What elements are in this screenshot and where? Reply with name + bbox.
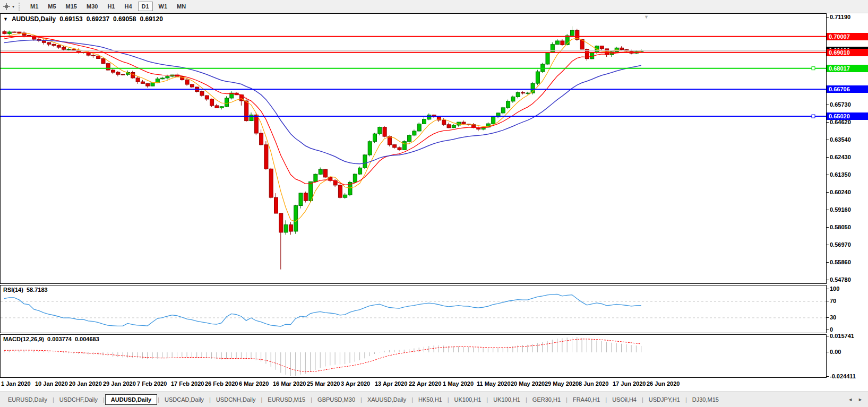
open-value: 0.69153 [59,15,82,23]
tab-usdcnh-daily[interactable]: USDCNH,Daily [211,394,261,405]
price-tick-label: 0.60240 [830,189,851,196]
rsi-pane[interactable] [0,285,827,333]
rsi-indicator-label: RSI(14) 58.7183 [3,287,48,293]
tab-scroll-right-icon[interactable]: ► [858,397,863,402]
date-label: 8 Jun 2020 [579,380,608,387]
price-tick-label: 0.54780 [830,276,851,283]
date-label: 22 Apr 2020 [409,380,441,387]
date-label: 29 Jan 2020 [103,380,136,387]
tab-uk100-h1[interactable]: UK100,H1 [488,394,525,405]
price-tick-label: 0.65730 [830,101,851,108]
price-level-badge: 0.66706 [827,85,868,93]
timeframe-button-m15[interactable]: M15 [62,2,81,11]
tab-usdchf-daily[interactable]: USDCHF,Daily [55,394,102,405]
main-chart-pane[interactable] [0,13,827,284]
macd-axis-label: -0.024411 [830,373,856,380]
date-label: 25 Mar 2020 [307,380,340,387]
macd-axis-label: 0.00 [830,349,841,356]
rsi-axis-label: 70 [830,298,836,305]
timeframe-button-m30[interactable]: M30 [83,2,101,11]
pane-separator[interactable] [0,283,827,285]
date-label: 17 Jun 2020 [613,380,646,387]
date-label: 11 May 2020 [477,380,511,387]
toolbar: ▾ M1M5M15M30H1H4D1W1MN [0,0,868,13]
tab-eurusd-daily[interactable]: EURUSD,Daily [3,394,52,405]
tab-usoil-h4[interactable]: USOil,H4 [607,394,641,405]
timeframe-button-m1[interactable]: M1 [27,2,42,11]
macd-indicator-label: MACD(12,26,9) 0.003774 0.004683 [3,336,99,342]
date-label: 7 Feb 2020 [137,380,167,387]
rsi-value: 58.7183 [27,287,48,293]
timeframe-button-m5[interactable]: M5 [44,2,59,11]
chart-tab-bar: EURUSD,Daily|USDCHF,Daily|AUDUSD,Daily|U… [0,392,868,407]
rsi-name: RSI(14) [3,287,23,293]
tab-ger30-h1[interactable]: GER30,H1 [528,394,565,405]
tab-uk100-h1[interactable]: UK100,H1 [450,394,486,405]
date-label: 26 Feb 2020 [205,380,238,387]
date-label: 16 Mar 2020 [273,380,306,387]
price-level-badge: 0.68017 [827,65,868,72]
price-tick-label: 0.58050 [830,224,851,231]
window-menu-icon[interactable]: ▼ [3,16,8,22]
date-label: 3 Apr 2020 [341,380,370,387]
crosshair-icon [3,3,11,11]
tab-scroll-left-icon[interactable]: ◄ [848,397,853,402]
high-value: 0.69237 [87,15,109,23]
price-level-badge: 0.70007 [827,33,868,40]
price-tick-label: 0.55860 [830,259,851,266]
price-tick-label: 0.64620 [830,119,851,126]
timeframe-button-h1[interactable]: H1 [104,2,118,11]
timeframe-button-group: M1M5M15M30H1H4D1W1MN [25,2,191,11]
tab-usdcad-daily[interactable]: USDCAD,Daily [160,394,209,405]
chart-shift-marker-icon[interactable]: ▼ [644,14,649,20]
date-label: 17 Feb 2020 [171,380,204,387]
date-label: 10 Jan 2020 [35,380,68,387]
tab-gbpusd-m30[interactable]: GBPUSD,M30 [313,394,360,405]
timeframe-button-h4[interactable]: H4 [121,2,135,11]
macd-pane[interactable] [0,334,827,378]
timeframe-button-d1[interactable]: D1 [138,2,153,11]
date-label: 6 Mar 2020 [239,380,269,387]
low-value: 0.69058 [113,15,136,23]
rsi-axis-label: 30 [830,314,836,321]
tab-eurusd-m15[interactable]: EURUSD,M15 [263,394,310,405]
macd-value-main: 0.003774 [47,336,72,342]
tab-hk50-h1[interactable]: HK50,H1 [414,394,447,405]
price-tick-label: 0.61350 [830,171,851,178]
timeframe-button-mn[interactable]: MN [173,2,190,11]
toolbar-grip[interactable] [19,3,21,11]
date-label: 13 Apr 2020 [375,380,407,387]
chart-tabs: EURUSD,Daily|USDCHF,Daily|AUDUSD,Daily|U… [3,394,724,405]
tab-scroll-controls: ◄ ► [848,397,865,402]
price-level-badge: 0.65020 [827,112,868,120]
price-tick-label: 0.56970 [830,241,851,248]
price-level-badge: 0.69010 [827,49,868,56]
tab-fra40-h1[interactable]: FRA40,H1 [568,394,605,405]
price-tick-label: 0.71190 [830,14,850,21]
date-label: 1 May 2020 [443,380,474,387]
macd-axis-label: 0.015741 [830,333,854,340]
price-tick-label: 0.59160 [830,206,851,213]
tab-xauusd-daily[interactable]: XAUUSD,Daily [363,394,411,405]
tab-audusd-daily[interactable]: AUDUSD,Daily [105,394,157,405]
timeframe-button-w1[interactable]: W1 [155,2,171,11]
price-tick-label: 0.62430 [830,154,851,161]
dropdown-arrow-icon[interactable]: ▾ [12,4,14,9]
date-label: 20 May 2020 [511,380,545,387]
date-label: 20 Jan 2020 [69,380,102,387]
date-label: 26 Jun 2020 [647,380,680,387]
rsi-axis-label: 100 [830,285,839,292]
pane-separator[interactable] [0,333,827,334]
close-value: 0.69120 [140,15,162,23]
chart-title: ▼ AUDUSD,Daily 0.69153 0.69237 0.69058 0… [3,15,163,23]
price-tick-label: 0.63540 [830,136,851,143]
symbol-period-label: AUDUSD,Daily [12,15,56,23]
macd-name: MACD(12,26,9) [3,336,44,342]
tab-usdjpy-h1[interactable]: USDJPY,H1 [644,394,685,405]
crosshair-tool-button[interactable]: ▾ [0,0,17,13]
tab-dj30-m15[interactable]: DJ30,M15 [687,394,724,405]
date-label: 29 May 2020 [545,380,579,387]
date-label: 1 Jan 2020 [1,380,31,387]
macd-value-signal: 0.004683 [75,336,99,342]
